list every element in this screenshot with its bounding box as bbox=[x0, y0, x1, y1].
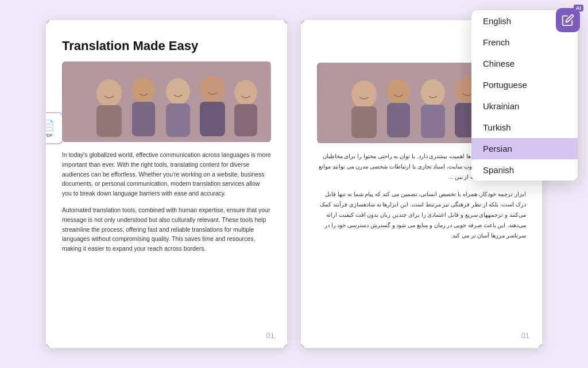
dropdown-item-persian[interactable]: Persian bbox=[471, 138, 578, 159]
dropdown-item-chinese[interactable]: Chinese bbox=[471, 53, 578, 74]
pdf-symbol-icon: 📄 bbox=[46, 119, 55, 132]
language-dropdown: English French Chinese Portuguese Ukrain… bbox=[471, 10, 578, 181]
dropdown-item-portuguese[interactable]: Portuguese bbox=[471, 74, 578, 95]
dropdown-item-ukrainian[interactable]: Ukrainian bbox=[471, 95, 578, 117]
dropdown-item-french[interactable]: French bbox=[471, 32, 578, 53]
svg-rect-11 bbox=[63, 62, 270, 142]
ai-badge: AI bbox=[574, 5, 583, 12]
left-page-number: 01 bbox=[266, 331, 274, 340]
corner-dot-br bbox=[284, 344, 287, 348]
corner-dot-bl bbox=[46, 344, 49, 348]
right-paragraph-2: ابزار ترجمه خودکار، همراه با تخصص انسانی… bbox=[317, 189, 526, 241]
dropdown-item-turkish[interactable]: Turkish bbox=[471, 117, 578, 138]
corner-dot-bl-r bbox=[301, 344, 304, 348]
doc-image-inner bbox=[62, 62, 271, 142]
edit-icon bbox=[562, 14, 574, 26]
pdf-icon: 📄 PDF bbox=[46, 112, 63, 144]
corner-dot-tr bbox=[284, 20, 287, 24]
right-page-number: 01 bbox=[521, 331, 529, 340]
left-page: 📄 PDF Translation Made Easy bbox=[46, 20, 287, 348]
corner-dot-tl-r bbox=[301, 20, 304, 24]
pdf-label: PDF bbox=[46, 133, 53, 138]
corner-dot-tl bbox=[46, 20, 49, 24]
corner-dot-br-r bbox=[539, 344, 542, 348]
page-title: Translation Made Easy bbox=[62, 39, 271, 53]
ai-button[interactable]: AI bbox=[556, 8, 580, 32]
left-paragraph-1: In today's globalized world, effective c… bbox=[62, 150, 271, 198]
left-paragraph-2: Automated translation tools, combined wi… bbox=[62, 205, 271, 254]
doc-image bbox=[62, 62, 271, 142]
dropdown-item-spanish[interactable]: Spanish bbox=[471, 159, 578, 181]
